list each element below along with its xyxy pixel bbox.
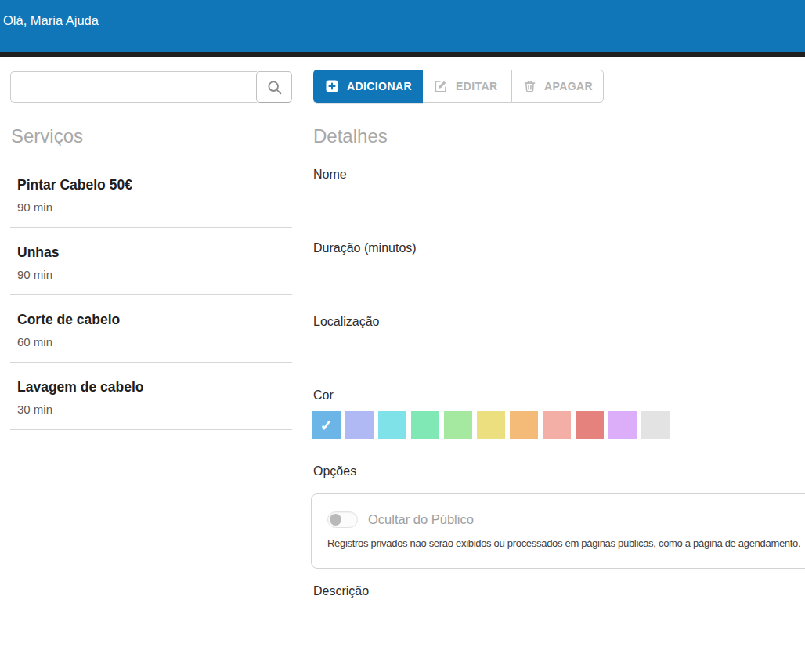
color-swatch[interactable]: [641, 411, 670, 439]
color-swatch[interactable]: [510, 411, 538, 439]
service-name: Unhas: [17, 244, 292, 261]
hide-from-public-toggle[interactable]: [327, 511, 358, 528]
description-field-label: Descrição: [313, 583, 369, 599]
add-button-label: ADICIONAR: [347, 80, 412, 92]
service-list-item[interactable]: Unhas 90 min: [10, 228, 292, 295]
edit-button-label: EDITAR: [456, 80, 497, 92]
service-duration: 90 min: [17, 201, 292, 215]
service-search: [10, 71, 292, 103]
delete-button-label: APAGAR: [544, 80, 593, 92]
search-input[interactable]: [10, 71, 257, 103]
color-swatch[interactable]: [576, 411, 604, 439]
color-swatches: ✓: [312, 411, 670, 439]
services-heading: Serviços: [11, 125, 83, 147]
services-admin-page: { "header": { "greeting": "Olá, Maria Aj…: [0, 0, 805, 672]
hide-from-public-label[interactable]: Ocultar do Público: [368, 511, 474, 528]
service-duration: 90 min: [17, 268, 292, 282]
pen-to-square-icon: [434, 79, 448, 93]
delete-button[interactable]: APAGAR: [511, 70, 604, 103]
search-button[interactable]: [256, 71, 292, 103]
service-name: Corte de cabelo: [17, 311, 292, 328]
color-field-label: Cor: [313, 388, 334, 403]
top-header-bar: Olá, Maria Ajuda: [0, 0, 805, 52]
color-swatch[interactable]: [444, 411, 472, 439]
color-swatch[interactable]: [543, 411, 571, 439]
options-field-label: Opções: [313, 464, 356, 479]
color-swatch[interactable]: ✓: [312, 411, 341, 439]
name-field-label: Nome: [313, 167, 347, 182]
service-list-item[interactable]: Lavagem de cabelo 30 min: [10, 363, 292, 430]
privacy-note: Registros privados não serão exibidos ou…: [327, 537, 800, 549]
hide-from-public-row: Ocultar do Público: [327, 511, 474, 528]
service-duration: 60 min: [17, 335, 292, 349]
plus-square-icon: [325, 79, 339, 93]
user-greeting: Olá, Maria Ajuda: [3, 12, 99, 29]
color-swatch[interactable]: [345, 411, 374, 439]
service-list-item[interactable]: Corte de cabelo 60 min: [10, 295, 292, 363]
color-swatch[interactable]: [411, 411, 439, 439]
color-swatch[interactable]: [378, 411, 406, 439]
color-swatch[interactable]: [477, 411, 505, 439]
search-icon: [266, 79, 283, 96]
services-list: Pintar Cabelo 50€ 90 min Unhas 90 min Co…: [10, 161, 292, 430]
trash-icon: [523, 79, 536, 93]
details-heading: Detalhes: [313, 125, 388, 147]
color-swatch[interactable]: [608, 411, 637, 439]
header-divider-strip: [0, 52, 805, 57]
service-duration: 30 min: [17, 403, 292, 417]
service-name: Pintar Cabelo 50€: [17, 176, 292, 193]
location-field-label: Localização: [313, 314, 380, 330]
actions-toolbar: ADICIONAR EDITAR APAGAR: [313, 70, 604, 103]
toggle-knob: [330, 514, 341, 526]
check-icon: ✓: [320, 417, 334, 433]
service-name: Lavagem de cabelo: [17, 378, 292, 396]
service-list-item[interactable]: Pintar Cabelo 50€ 90 min: [10, 161, 292, 228]
options-panel: Ocultar do Público Registros privados nã…: [311, 493, 805, 569]
add-button[interactable]: ADICIONAR: [313, 70, 423, 103]
edit-button[interactable]: EDITAR: [423, 70, 511, 103]
duration-field-label: Duração (minutos): [313, 240, 417, 256]
